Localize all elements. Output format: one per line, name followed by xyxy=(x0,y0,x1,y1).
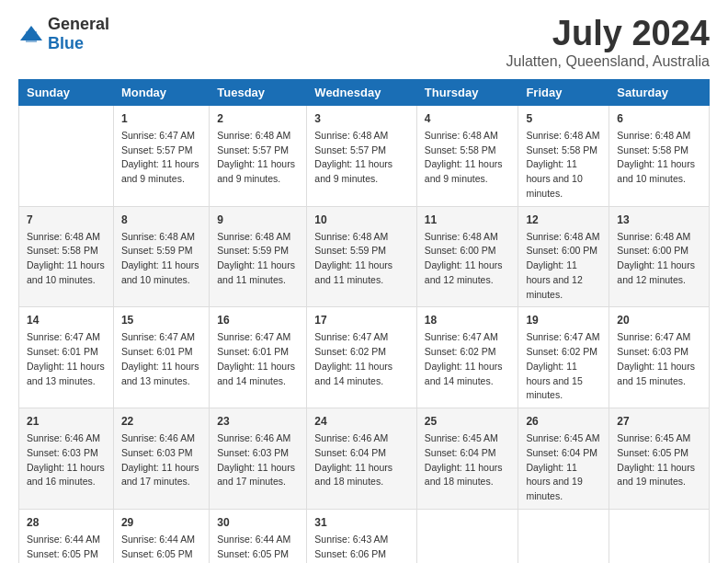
calendar-table: SundayMondayTuesdayWednesdayThursdayFrid… xyxy=(18,79,710,563)
day-number: 15 xyxy=(121,312,201,328)
day-cell: 3Sunrise: 6:48 AMSunset: 5:57 PMDaylight… xyxy=(307,105,417,206)
day-cell: 13Sunrise: 6:48 AMSunset: 6:00 PMDayligh… xyxy=(609,206,710,307)
day-info: Sunrise: 6:48 AMSunset: 5:58 PMDaylight:… xyxy=(27,230,106,288)
title-block: July 2024 Julatten, Queensland, Australi… xyxy=(506,15,710,70)
day-cell: 26Sunrise: 6:45 AMSunset: 6:04 PMDayligh… xyxy=(518,408,609,510)
day-cell xyxy=(609,509,710,563)
day-cell xyxy=(19,105,114,206)
day-number: 26 xyxy=(526,413,601,430)
logo-general: General xyxy=(48,15,109,33)
svg-marker-1 xyxy=(26,31,37,42)
day-info: Sunrise: 6:47 AMSunset: 6:01 PMDaylight:… xyxy=(121,330,201,388)
day-number: 27 xyxy=(617,413,701,430)
day-cell: 22Sunrise: 6:46 AMSunset: 6:03 PMDayligh… xyxy=(113,408,209,510)
day-number: 22 xyxy=(121,413,201,430)
day-info: Sunrise: 6:47 AMSunset: 6:02 PMDaylight:… xyxy=(425,330,511,388)
day-number: 31 xyxy=(314,514,409,531)
day-number: 2 xyxy=(217,110,299,127)
week-row-1: 7Sunrise: 6:48 AMSunset: 5:58 PMDaylight… xyxy=(19,206,710,307)
day-number: 28 xyxy=(27,514,106,531)
day-info: Sunrise: 6:48 AMSunset: 5:57 PMDaylight:… xyxy=(314,129,409,187)
day-number: 3 xyxy=(314,110,409,127)
day-info: Sunrise: 6:48 AMSunset: 6:00 PMDaylight:… xyxy=(617,230,701,288)
logo-text: General Blue xyxy=(48,15,109,53)
day-cell xyxy=(518,509,609,563)
day-number: 14 xyxy=(27,312,106,328)
day-number: 9 xyxy=(217,212,299,228)
day-cell: 24Sunrise: 6:46 AMSunset: 6:04 PMDayligh… xyxy=(307,408,417,510)
day-info: Sunrise: 6:48 AMSunset: 5:59 PMDaylight:… xyxy=(121,230,201,288)
day-info: Sunrise: 6:47 AMSunset: 5:57 PMDaylight:… xyxy=(121,129,201,187)
subtitle: Julatten, Queensland, Australia xyxy=(506,53,710,70)
day-cell: 1Sunrise: 6:47 AMSunset: 5:57 PMDaylight… xyxy=(113,105,209,206)
day-info: Sunrise: 6:48 AMSunset: 5:58 PMDaylight:… xyxy=(526,129,601,201)
day-cell: 4Sunrise: 6:48 AMSunset: 5:58 PMDaylight… xyxy=(416,105,518,206)
day-number: 7 xyxy=(27,212,106,228)
week-row-2: 14Sunrise: 6:47 AMSunset: 6:01 PMDayligh… xyxy=(19,307,710,408)
day-number: 12 xyxy=(526,212,601,228)
day-number: 24 xyxy=(314,413,409,430)
day-number: 30 xyxy=(217,514,299,531)
day-info: Sunrise: 6:44 AMSunset: 6:05 PMDaylight:… xyxy=(121,533,201,563)
day-cell: 31Sunrise: 6:43 AMSunset: 6:06 PMDayligh… xyxy=(307,509,417,563)
day-info: Sunrise: 6:45 AMSunset: 6:05 PMDaylight:… xyxy=(617,431,701,489)
day-cell: 12Sunrise: 6:48 AMSunset: 6:00 PMDayligh… xyxy=(518,206,609,307)
day-number: 18 xyxy=(425,312,511,328)
day-number: 25 xyxy=(425,413,511,430)
day-number: 1 xyxy=(121,110,201,127)
day-info: Sunrise: 6:48 AMSunset: 5:58 PMDaylight:… xyxy=(425,129,511,187)
day-cell: 9Sunrise: 6:48 AMSunset: 5:59 PMDaylight… xyxy=(210,206,307,307)
day-cell: 25Sunrise: 6:45 AMSunset: 6:04 PMDayligh… xyxy=(416,408,518,510)
day-number: 16 xyxy=(217,312,299,328)
day-info: Sunrise: 6:48 AMSunset: 6:00 PMDaylight:… xyxy=(425,230,511,288)
day-cell: 8Sunrise: 6:48 AMSunset: 5:59 PMDaylight… xyxy=(113,206,209,307)
page-header: General Blue July 2024 Julatten, Queensl… xyxy=(18,15,710,70)
day-cell: 14Sunrise: 6:47 AMSunset: 6:01 PMDayligh… xyxy=(19,307,114,408)
day-number: 4 xyxy=(425,110,511,127)
day-number: 20 xyxy=(617,312,701,328)
day-number: 13 xyxy=(617,212,701,228)
day-cell: 28Sunrise: 6:44 AMSunset: 6:05 PMDayligh… xyxy=(19,509,114,563)
main-title: July 2024 xyxy=(506,15,710,53)
day-cell: 17Sunrise: 6:47 AMSunset: 6:02 PMDayligh… xyxy=(307,307,417,408)
day-info: Sunrise: 6:46 AMSunset: 6:03 PMDaylight:… xyxy=(121,431,201,489)
day-number: 23 xyxy=(217,413,299,430)
day-info: Sunrise: 6:44 AMSunset: 6:05 PMDaylight:… xyxy=(217,533,299,563)
day-cell: 19Sunrise: 6:47 AMSunset: 6:02 PMDayligh… xyxy=(518,307,609,408)
day-cell: 5Sunrise: 6:48 AMSunset: 5:58 PMDaylight… xyxy=(518,105,609,206)
logo-blue: Blue xyxy=(48,34,84,52)
day-cell xyxy=(416,509,518,563)
day-info: Sunrise: 6:48 AMSunset: 5:57 PMDaylight:… xyxy=(217,129,299,187)
header-day-tuesday: Tuesday xyxy=(210,79,307,105)
day-info: Sunrise: 6:45 AMSunset: 6:04 PMDaylight:… xyxy=(526,431,601,504)
day-cell: 20Sunrise: 6:47 AMSunset: 6:03 PMDayligh… xyxy=(609,307,710,408)
day-info: Sunrise: 6:47 AMSunset: 6:02 PMDaylight:… xyxy=(526,330,601,403)
day-number: 17 xyxy=(314,312,409,328)
week-row-4: 28Sunrise: 6:44 AMSunset: 6:05 PMDayligh… xyxy=(19,509,710,563)
day-cell: 7Sunrise: 6:48 AMSunset: 5:58 PMDaylight… xyxy=(19,206,114,307)
day-info: Sunrise: 6:47 AMSunset: 6:01 PMDaylight:… xyxy=(217,330,299,388)
day-number: 5 xyxy=(526,110,601,127)
header-day-friday: Friday xyxy=(518,79,609,105)
header-day-wednesday: Wednesday xyxy=(307,79,417,105)
header-row: SundayMondayTuesdayWednesdayThursdayFrid… xyxy=(19,79,710,105)
day-info: Sunrise: 6:48 AMSunset: 5:59 PMDaylight:… xyxy=(217,230,299,288)
day-cell: 21Sunrise: 6:46 AMSunset: 6:03 PMDayligh… xyxy=(19,408,114,510)
day-cell: 6Sunrise: 6:48 AMSunset: 5:58 PMDaylight… xyxy=(609,105,710,206)
day-info: Sunrise: 6:48 AMSunset: 6:00 PMDaylight:… xyxy=(526,230,601,303)
day-cell: 16Sunrise: 6:47 AMSunset: 6:01 PMDayligh… xyxy=(210,307,307,408)
day-info: Sunrise: 6:46 AMSunset: 6:04 PMDaylight:… xyxy=(314,431,409,489)
day-info: Sunrise: 6:47 AMSunset: 6:03 PMDaylight:… xyxy=(617,330,701,388)
day-cell: 23Sunrise: 6:46 AMSunset: 6:03 PMDayligh… xyxy=(210,408,307,510)
day-number: 19 xyxy=(526,312,601,328)
logo: General Blue xyxy=(18,15,109,53)
day-number: 11 xyxy=(425,212,511,228)
day-number: 29 xyxy=(121,514,201,531)
logo-icon xyxy=(18,24,44,44)
header-day-monday: Monday xyxy=(113,79,209,105)
day-number: 6 xyxy=(617,110,701,127)
day-cell: 27Sunrise: 6:45 AMSunset: 6:05 PMDayligh… xyxy=(609,408,710,510)
day-info: Sunrise: 6:47 AMSunset: 6:02 PMDaylight:… xyxy=(314,330,409,388)
day-cell: 30Sunrise: 6:44 AMSunset: 6:05 PMDayligh… xyxy=(210,509,307,563)
day-info: Sunrise: 6:46 AMSunset: 6:03 PMDaylight:… xyxy=(217,431,299,489)
